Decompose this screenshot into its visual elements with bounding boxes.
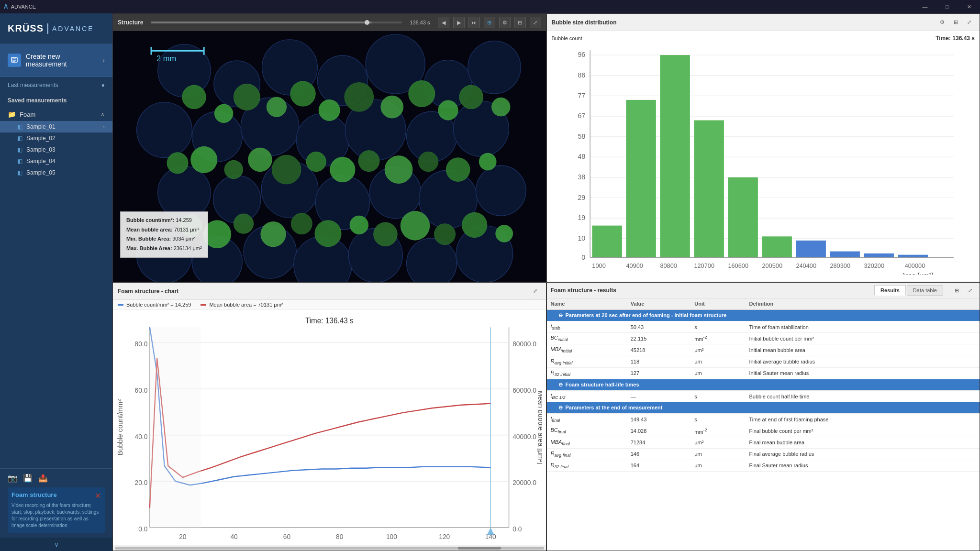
tab-results[interactable]: Results: [874, 285, 906, 296]
row-value: 50.43: [627, 321, 691, 333]
row-unit: mm-2: [690, 333, 745, 344]
collapse-icon[interactable]: ●: [101, 82, 105, 88]
foam-label: Foam structure: [11, 491, 57, 498]
save-icon[interactable]: 💾: [23, 474, 33, 483]
svg-point-33: [182, 85, 206, 109]
table-row: tfinal 149.43 s Time at end of first foa…: [547, 414, 980, 425]
section-icon: ⊖: [558, 312, 563, 318]
tab-data-table[interactable]: Data table: [907, 285, 943, 296]
grid-button[interactable]: ⊟: [514, 17, 526, 28]
foam-folder[interactable]: 📁 Foam ∧: [0, 108, 112, 121]
hist-settings-button[interactable]: ⚙: [936, 17, 948, 28]
sidebar-item-sample04[interactable]: ◧ Sample_04: [0, 155, 112, 167]
scrollbar-thumb[interactable]: [458, 547, 501, 550]
camera-icon[interactable]: 📷: [8, 474, 17, 483]
svg-rect-97: [660, 55, 690, 257]
foam-chart-area: Bubble count/mm² Mean bubble area [μm²] …: [113, 310, 546, 545]
sidebar-item-sample05[interactable]: ◧ Sample_05: [0, 167, 112, 178]
svg-text:0.0: 0.0: [138, 525, 147, 533]
table-row: BCfinal 14.028 mm-2 Final bubble count p…: [547, 425, 980, 437]
svg-point-48: [248, 148, 272, 172]
svg-text:20.0: 20.0: [135, 479, 148, 486]
results-settings-button[interactable]: ⊞: [951, 285, 962, 296]
histogram-panel: Bubble size distribution ⚙ ⊞ ⤢ Bubble co…: [546, 13, 980, 282]
svg-point-62: [315, 220, 341, 247]
settings-button[interactable]: ⚙: [499, 17, 511, 28]
row-unit: s: [690, 390, 745, 402]
chart-scrollbar[interactable]: [113, 545, 546, 551]
svg-point-52: [358, 151, 379, 172]
row-definition: Final bubble count per mm²: [746, 425, 980, 437]
foam-chart-legend: Bubble count/mm² = 14.259 Mean bubble ar…: [113, 300, 546, 310]
svg-text:60: 60: [283, 533, 290, 540]
create-icon: [8, 54, 21, 67]
folder-arrow-icon: ∧: [100, 111, 105, 118]
sidebar-item-sample03[interactable]: ◧ Sample_03: [0, 144, 112, 155]
svg-rect-150: [150, 327, 201, 528]
svg-rect-101: [796, 241, 825, 258]
foam-expand-button[interactable]: ⤢: [530, 286, 541, 297]
svg-point-11: [468, 41, 521, 94]
histogram-toolbar: ⚙ ⊞ ⤢: [936, 17, 975, 28]
svg-point-60: [261, 222, 286, 247]
create-measurement-button[interactable]: Create new measurement ›: [0, 44, 112, 77]
histogram-header: Bubble size distribution ⚙ ⊞ ⤢: [547, 14, 980, 31]
svg-text:100: 100: [386, 533, 397, 540]
sample-icon: ◧: [17, 123, 22, 130]
hist-expand-button[interactable]: ⤢: [963, 17, 975, 28]
hist-table-button[interactable]: ⊞: [950, 17, 961, 28]
brand-name: KRÜSS: [8, 23, 44, 34]
table-row: MBAinitial 45218 μm² Initial mean bubble…: [547, 344, 980, 356]
row-value: 14.028: [627, 425, 691, 437]
export-icon[interactable]: 📤: [38, 474, 48, 483]
row-value: —: [627, 390, 691, 402]
minimize-button[interactable]: —: [914, 0, 936, 13]
sample-name: Sample_02: [26, 135, 105, 142]
svg-point-36: [267, 97, 286, 117]
section-initial-foam: ⊖Parameters at 20 sec after end of foami…: [547, 309, 980, 321]
table-row: tstab 50.43 s Time of foam stabilization: [547, 321, 980, 333]
row-name: tstab: [547, 321, 627, 333]
table-row: tBC 1/2 — s Bubble count half life time: [547, 390, 980, 402]
sidebar-item-sample01[interactable]: ◧ Sample_01 ›: [0, 121, 112, 132]
legend-blue-label: Bubble count/mm² = 14.259: [126, 302, 191, 308]
playback-time: 136.43 s: [410, 20, 430, 25]
prev-button[interactable]: ◀: [438, 17, 449, 28]
svg-point-25: [476, 165, 526, 216]
close-button[interactable]: ✕: [958, 0, 980, 13]
titlebar: A ADVANCE — □ ✕: [0, 0, 980, 13]
row-definition: Initial Sauter mean radius: [746, 367, 980, 379]
sidebar-collapse[interactable]: ∨: [0, 538, 112, 551]
col-unit: Unit: [690, 298, 745, 309]
row-definition: Time at end of first foaming phase: [746, 414, 980, 425]
slider-thumb[interactable]: [365, 20, 369, 25]
svg-point-51: [330, 157, 355, 182]
results-expand-button[interactable]: ⤢: [964, 285, 976, 296]
sample-icon: ◧: [17, 146, 22, 153]
app-title: ADVANCE: [11, 4, 36, 10]
next-button[interactable]: ⏭: [468, 17, 480, 28]
expand-button[interactable]: ⤢: [530, 17, 541, 28]
svg-point-63: [350, 216, 368, 234]
row-unit: mm-2: [690, 425, 745, 437]
section-icon: ⊖: [558, 405, 563, 410]
table-row: BCinitial 22.115 mm-2 Initial bubble cou…: [547, 333, 980, 344]
svg-text:77: 77: [578, 92, 585, 99]
svg-text:Time [s]: Time [s]: [316, 542, 342, 543]
svg-text:Mean bubble area [μm²]: Mean bubble area [μm²]: [537, 391, 542, 464]
playback-slider[interactable]: [151, 22, 402, 23]
svg-point-49: [272, 155, 301, 184]
row-name: BCinitial: [547, 333, 627, 344]
folder-icon: 📁: [8, 110, 16, 118]
legend-blue: Bubble count/mm² = 14.259: [118, 302, 191, 308]
sidebar-item-sample02[interactable]: ◧ Sample_02: [0, 132, 112, 144]
info-button[interactable]: ⊞: [484, 17, 495, 28]
close-foam-icon[interactable]: ✕: [95, 491, 101, 500]
row-definition: Final average bubble radius: [746, 448, 980, 460]
maximize-button[interactable]: □: [936, 0, 958, 13]
row-definition: Initial average bubble radius: [746, 356, 980, 367]
saved-measurements-header: Saved measurements: [0, 93, 112, 108]
play-button[interactable]: ▶: [453, 17, 465, 28]
svg-rect-103: [864, 253, 893, 258]
svg-text:29: 29: [578, 194, 585, 201]
